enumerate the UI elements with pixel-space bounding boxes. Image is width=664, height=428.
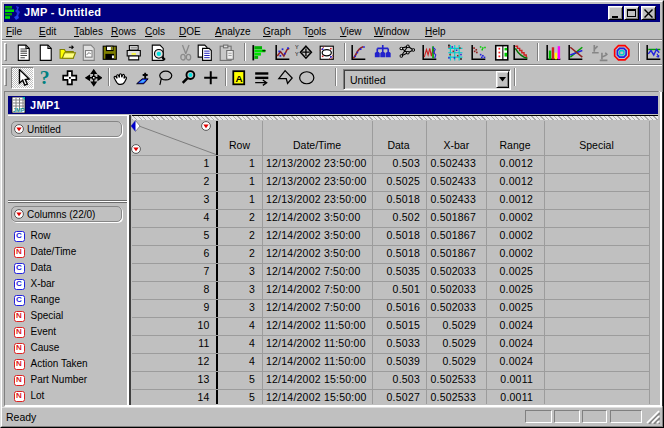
- svg-text:A: A: [236, 73, 243, 84]
- svg-text:Y: Y: [295, 51, 299, 57]
- svg-text:JMP: JMP: [13, 107, 25, 113]
- svg-text:Y: Y: [295, 45, 299, 51]
- svg-text:?: ?: [40, 69, 50, 87]
